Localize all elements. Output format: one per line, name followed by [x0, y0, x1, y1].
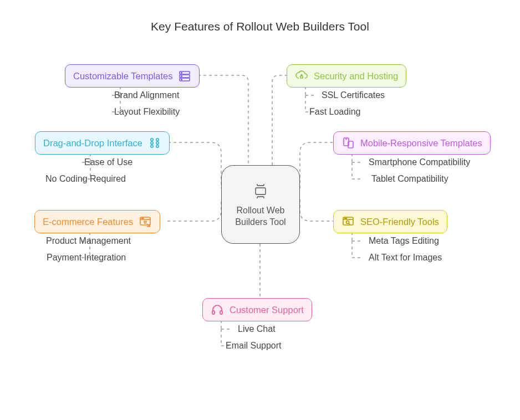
sub-fast-loading: Fast Loading	[309, 107, 361, 117]
devices-icon	[341, 136, 355, 150]
sub-ease-of-use: Ease of Use	[84, 157, 132, 167]
svg-point-12	[156, 145, 159, 147]
center-label-line2: Builders Tool	[235, 217, 286, 227]
svg-point-6	[181, 79, 182, 80]
svg-point-21	[346, 218, 346, 218]
svg-point-22	[346, 221, 349, 224]
svg-point-11	[151, 145, 153, 147]
feature-label: Customer Support	[230, 305, 304, 315]
browser-search-icon	[341, 215, 355, 228]
center-node: Rollout Web Builders Tool	[221, 165, 300, 244]
svg-point-10	[156, 142, 159, 144]
diagram-canvas: Rollout Web Builders Tool Customizable T…	[0, 0, 520, 420]
svg-point-4	[181, 73, 182, 74]
sub-alt-text: Alt Text for Images	[369, 253, 442, 263]
feature-ecommerce: E-commerce Features	[34, 210, 160, 233]
sub-payment: Payment Integration	[47, 253, 126, 263]
sub-brand-alignment: Brand Alignment	[114, 90, 179, 100]
feature-support: Customer Support	[202, 298, 312, 321]
feature-templates: Customizable Templates	[65, 64, 200, 88]
center-label-line1: Rollout Web	[237, 206, 285, 215]
feature-security: Security and Hosting	[287, 64, 406, 88]
sub-product-mgmt: Product Management	[46, 236, 131, 246]
svg-rect-16	[300, 76, 303, 78]
svg-point-8	[156, 139, 159, 141]
feature-label: Security and Hosting	[314, 71, 398, 81]
sub-meta-tags: Meta Tags Editing	[369, 236, 439, 246]
sub-live-chat: Live Chat	[238, 324, 276, 334]
svg-point-14	[142, 218, 142, 218]
svg-point-15	[143, 218, 144, 218]
feature-label: Customizable Templates	[73, 71, 172, 81]
sub-layout-flexibility: Layout Flexibility	[114, 107, 180, 117]
tool-icon	[250, 181, 271, 202]
feature-label: E-commerce Features	[43, 217, 133, 227]
svg-rect-24	[220, 311, 222, 314]
center-label: Rollout Web Builders Tool	[235, 205, 286, 228]
feature-label: Drag-and-Drop Interface	[43, 138, 142, 148]
feature-dragdrop: Drag-and-Drop Interface	[35, 131, 170, 155]
feature-seo: SEO-Friendly Tools	[333, 210, 447, 233]
sub-no-coding: No Coding Required	[45, 174, 126, 184]
svg-point-9	[151, 142, 153, 144]
svg-point-7	[151, 139, 153, 141]
svg-rect-23	[212, 311, 215, 314]
headphones-icon	[211, 303, 224, 316]
cloud-lock-icon	[295, 69, 308, 83]
sub-email-support: Email Support	[226, 341, 282, 351]
sub-tablet: Tablet Compatibility	[371, 174, 448, 184]
svg-point-5	[181, 76, 182, 77]
feature-label: Mobile-Responsive Templates	[360, 138, 482, 148]
feature-label: SEO-Friendly Tools	[360, 217, 439, 227]
svg-point-20	[344, 218, 345, 218]
grid-dots-icon	[148, 136, 161, 150]
browser-cart-icon	[139, 215, 152, 228]
templates-icon	[178, 69, 191, 83]
feature-mobile: Mobile-Responsive Templates	[333, 131, 491, 155]
sub-ssl: SSL Certificates	[322, 90, 385, 100]
svg-rect-0	[256, 188, 266, 194]
sub-smartphone: Smartphone Compatibility	[369, 157, 470, 167]
